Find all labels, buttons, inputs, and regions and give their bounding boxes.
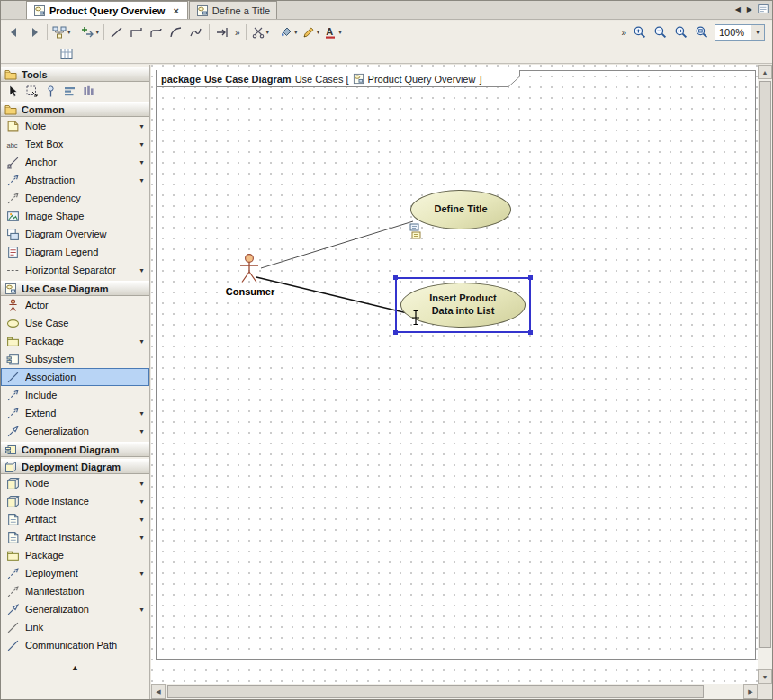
palette-group-deployment-diagram[interactable]: Deployment Diagram	[1, 459, 149, 474]
vertical-scroll-thumb[interactable]	[759, 81, 771, 648]
tab-product-query-overview[interactable]: Product Query Overview ×	[26, 1, 188, 19]
palette-group-component-diagram[interactable]: Component Diagram	[1, 442, 149, 457]
chevron-down-icon[interactable]: ▾	[294, 29, 298, 36]
chevron-down-icon[interactable]: ▾	[266, 29, 270, 36]
palette-item-actor[interactable]: Actor	[1, 296, 149, 314]
palette-item-artifact-instance[interactable]: Artifact Instance ▾	[1, 528, 149, 546]
curved-path-button[interactable]	[166, 22, 186, 42]
palette-item-anchor[interactable]: Anchor ▾	[1, 153, 149, 171]
chevron-down-icon[interactable]: ▾	[137, 606, 147, 614]
rectilinear-path-button[interactable]	[127, 22, 147, 42]
chevron-down-icon[interactable]: ▾	[137, 337, 147, 346]
zoom-in-button[interactable]	[630, 22, 650, 42]
line-color-button[interactable]: ▾	[300, 22, 322, 42]
quick-link-button[interactable]	[212, 22, 232, 42]
chevron-down-icon[interactable]: ▾	[137, 570, 147, 578]
spline-path-button[interactable]	[186, 22, 206, 42]
align-icon[interactable]	[63, 85, 76, 98]
usecase-define-title[interactable]: Define Title	[410, 190, 511, 229]
chevron-down-icon[interactable]: ▾	[137, 516, 147, 524]
chevron-down-icon[interactable]: ▾	[751, 25, 764, 40]
chevron-down-icon[interactable]: ▾	[67, 29, 71, 36]
palette-item-artifact[interactable]: Artifact ▾	[1, 510, 149, 528]
palette-group-common[interactable]: Common	[1, 102, 149, 117]
chevron-down-icon[interactable]: ▾	[137, 498, 147, 506]
chevron-down-icon[interactable]: ▾	[137, 480, 147, 488]
scroll-down-button[interactable]: ▼	[758, 669, 772, 684]
palette-item-extend[interactable]: Extend ▾	[1, 404, 149, 422]
scroll-right-button[interactable]: ▶	[743, 684, 758, 699]
palette-item-association[interactable]: Association	[1, 368, 149, 386]
oblique-path-button[interactable]	[107, 22, 127, 42]
chevron-down-icon[interactable]: ▾	[137, 140, 147, 148]
toolbar-overflow-icon[interactable]: »	[232, 28, 243, 38]
related-elements-button[interactable]: ▾	[50, 22, 73, 42]
toolbar-overflow-icon[interactable]: »	[618, 28, 629, 38]
horizontal-scrollbar[interactable]: ◀ ▶	[151, 684, 758, 699]
diagram-frame[interactable]: package Use Case Diagram Use Cases [ Pro…	[156, 70, 756, 660]
horizontal-scroll-thumb[interactable]	[167, 685, 704, 698]
selection-handle[interactable]	[528, 330, 533, 335]
tab-scroll-right-icon[interactable]: ▶	[745, 4, 754, 14]
vertical-scrollbar[interactable]: ▲ ▼	[758, 65, 772, 684]
palette-group-use-case-diagram[interactable]: Use Case Diagram	[1, 281, 149, 296]
palette-item-node-instance[interactable]: Node Instance ▾	[1, 492, 149, 510]
zoom-fit-button[interactable]	[692, 22, 712, 42]
selection-handle[interactable]	[393, 275, 398, 280]
pointer-icon[interactable]	[6, 85, 20, 98]
palette-item-dependency[interactable]: Dependency	[1, 189, 149, 207]
scroll-up-button[interactable]: ▲	[758, 65, 772, 79]
palette-item-use-case[interactable]: Use Case	[1, 314, 149, 332]
chevron-down-icon[interactable]: ▾	[338, 29, 342, 36]
zoom-level-combobox[interactable]: 100% ▾	[715, 24, 765, 41]
palette-item-text-box[interactable]: Text Box ▾	[1, 135, 149, 153]
chevron-down-icon[interactable]: ▾	[137, 158, 147, 166]
zoom-100-button[interactable]	[671, 22, 691, 42]
scroll-left-button[interactable]: ◀	[151, 684, 166, 699]
palette-item-subsystem[interactable]: Subsystem	[1, 350, 149, 368]
font-color-button[interactable]: ▾	[321, 22, 344, 42]
chevron-down-icon[interactable]: ▾	[137, 266, 147, 274]
distribute-icon[interactable]	[82, 85, 95, 98]
chevron-down-icon[interactable]: ▾	[96, 29, 100, 36]
chevron-down-icon[interactable]: ▾	[137, 534, 147, 542]
selection-handle[interactable]	[393, 330, 398, 335]
swimlane-grid-button[interactable]	[57, 44, 76, 64]
palette-item-package-deployment[interactable]: Package	[1, 546, 149, 564]
palette-item-abstraction[interactable]: Abstraction ▾	[1, 171, 149, 189]
tab-define-a-title[interactable]: Define a Title	[189, 1, 277, 19]
palette-item-diagram-legend[interactable]: Diagram Legend	[1, 243, 149, 261]
back-button[interactable]	[4, 22, 24, 42]
diagram-canvas[interactable]: package Use Case Diagram Use Cases [ Pro…	[151, 65, 758, 684]
zoom-out-button[interactable]	[651, 22, 670, 42]
add-element-button[interactable]: ▾	[79, 22, 102, 42]
fill-color-button[interactable]: ▾	[277, 22, 300, 42]
rounded-path-button[interactable]	[147, 22, 166, 42]
actor-consumer[interactable]	[237, 254, 262, 286]
palette-item-diagram-overview[interactable]: Diagram Overview	[1, 225, 149, 243]
chevron-down-icon[interactable]: ▾	[137, 427, 147, 435]
palette-item-include[interactable]: Include	[1, 386, 149, 404]
palette-item-horizontal-separator[interactable]: Horizontal Separator ▾	[1, 261, 149, 279]
palette-item-node[interactable]: Node ▾	[1, 474, 149, 492]
palette-collapse-icon[interactable]: ▲	[1, 663, 149, 672]
forward-button[interactable]	[24, 22, 44, 42]
pin-icon[interactable]	[44, 85, 58, 98]
palette-group-tools[interactable]: Tools	[1, 67, 149, 82]
palette-item-manifestation[interactable]: Manifestation	[1, 582, 149, 600]
selection-handle[interactable]	[528, 275, 533, 280]
link-adornment-icon[interactable]	[409, 223, 423, 241]
palette-item-package[interactable]: Package ▾	[1, 332, 149, 350]
frame-header[interactable]: package Use Case Diagram Use Cases [ Pro…	[156, 70, 519, 87]
palette-item-generalization[interactable]: Generalization ▾	[1, 422, 149, 440]
palette-item-image-shape[interactable]: Image Shape	[1, 207, 149, 225]
palette-item-note[interactable]: Note ▾	[1, 117, 149, 135]
tab-list-icon[interactable]	[757, 3, 769, 15]
box-select-icon[interactable]	[25, 85, 39, 98]
actor-label[interactable]: Consumer	[214, 286, 286, 297]
chevron-down-icon[interactable]: ▾	[317, 29, 320, 36]
chevron-down-icon[interactable]: ▾	[137, 122, 147, 130]
tab-scroll-left-icon[interactable]: ◀	[733, 4, 742, 14]
palette-item-link[interactable]: Link	[1, 618, 149, 636]
palette-item-communication-path[interactable]: Communication Path	[1, 636, 149, 654]
